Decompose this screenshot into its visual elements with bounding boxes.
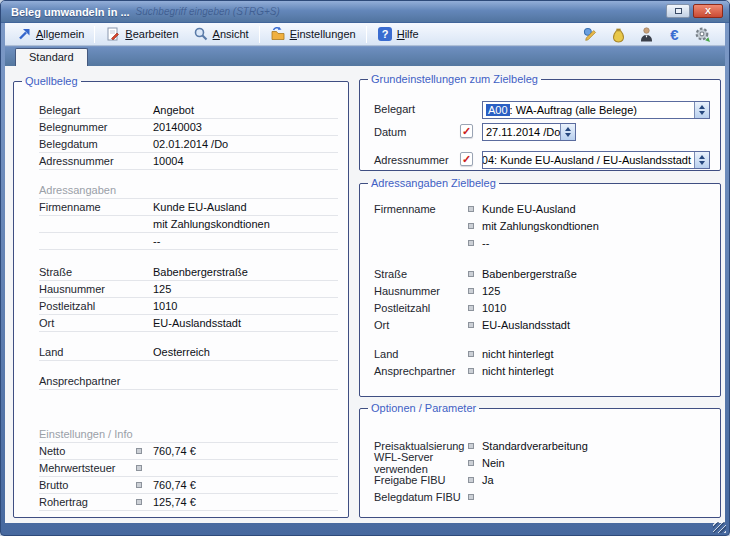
- bullet-marker: [468, 443, 474, 449]
- menu-item-label: Allgemein: [36, 28, 84, 40]
- field-row: BelegartAngebot: [39, 102, 338, 119]
- datum-input[interactable]: 27.11.2014 /Do: [482, 123, 576, 141]
- bullet-marker: [468, 351, 474, 357]
- money-bag-icon[interactable]: [610, 26, 627, 43]
- belegart-combobox[interactable]: A00 : WA-Auftrag (alle Belege): [482, 101, 710, 119]
- field-label: Belegnummer: [39, 121, 136, 133]
- toolbar-separator: [366, 26, 367, 43]
- tab-standard[interactable]: Standard: [15, 48, 88, 66]
- field-value: 760,74 €: [153, 445, 196, 457]
- bullet-marker: [136, 448, 142, 454]
- adressnummer-combobox[interactable]: 10004: Kunde EU-Ausland / EU-Auslandssta…: [482, 151, 710, 169]
- field-row: Adressnummer10004: [39, 153, 338, 170]
- panel-title: Grundeinstellungen zum Zielbeleg: [368, 73, 541, 85]
- field-row: Belegnummer20140003: [39, 119, 338, 136]
- bullet-marker: [136, 499, 142, 505]
- field-label: Adressangaben: [39, 184, 116, 196]
- combobox-value: A00 : WA-Auftrag (alle Belege): [483, 104, 694, 116]
- bullet-slot: [136, 465, 153, 471]
- bullet-slot: [468, 271, 482, 277]
- field-row: Belegdatum FIBU: [374, 488, 710, 505]
- field-row: Landnicht hinterlegt: [374, 345, 710, 362]
- section-header: Adressangaben: [39, 182, 338, 199]
- field-label: Belegart: [374, 103, 415, 115]
- check-icon[interactable]: [460, 152, 473, 166]
- field-value: Nein: [482, 457, 505, 469]
- maximize-button[interactable]: [666, 4, 690, 18]
- field-value: Kunde EU-Ausland: [482, 203, 576, 215]
- row-spacer: [14, 390, 348, 426]
- field-value: mit Zahlungskondtionen: [153, 218, 270, 230]
- field-label: Mehrwertsteuer: [39, 462, 136, 474]
- bullet-marker: [468, 206, 474, 212]
- menu-item-label: Hilfe: [397, 28, 419, 40]
- svg-text:€: €: [670, 26, 678, 42]
- field-value: mit Zahlungskondtionen: [482, 220, 599, 232]
- field-value: Babenbergerstraße: [482, 268, 577, 280]
- target-address-panel: Adressangaben Zielbeleg FirmennameKunde …: [359, 177, 721, 397]
- field-label: Freigabe FIBU: [374, 474, 468, 486]
- field-label: Belegdatum: [39, 138, 136, 150]
- field-row: LandOesterreich: [39, 344, 338, 361]
- bullet-slot: [136, 448, 153, 454]
- close-button[interactable]: X: [693, 4, 723, 18]
- field-label: Brutto: [39, 479, 136, 491]
- field-label: Adressnummer: [374, 154, 449, 166]
- spinner-button[interactable]: [694, 152, 709, 168]
- row-spacer: [14, 361, 348, 373]
- field-row: Hausnummer125: [374, 282, 710, 299]
- field-label: Belegdatum FIBU: [374, 491, 468, 503]
- bullet-slot: [468, 288, 482, 294]
- menu-item-allgemein[interactable]: Allgemein: [9, 24, 91, 44]
- field-label: Adressnummer: [39, 155, 136, 167]
- gear-icon[interactable]: [694, 26, 711, 43]
- combobox-value: 27.11.2014 /Do: [483, 126, 560, 138]
- dialog-window: Beleg umwandeln in ... Suchbegriff einge…: [0, 0, 730, 536]
- bullet-marker: [468, 271, 474, 277]
- field-value: --: [482, 237, 489, 249]
- bullet-slot: [468, 477, 482, 483]
- field-row: Ansprechpartnernicht hinterlegt: [374, 362, 710, 379]
- panel-title: Quellbeleg: [22, 75, 81, 87]
- field-value: 125,74 €: [153, 496, 196, 508]
- field-label: Firmenname: [39, 201, 136, 213]
- field-row: StraßeBabenbergerstraße: [39, 264, 338, 281]
- toolbar-right-icons: €: [582, 26, 721, 43]
- field-row: Brutto760,74 €: [39, 477, 338, 494]
- field-value: Angebot: [153, 104, 194, 116]
- options-rows: PreisaktualsierungStandardverarbeitungWF…: [360, 414, 720, 505]
- check-icon[interactable]: [460, 124, 473, 138]
- target-address-rows: FirmennameKunde EU-Auslandmit Zahlungsko…: [360, 189, 720, 379]
- field-label: Land: [39, 346, 136, 358]
- field-label: Netto: [39, 445, 136, 457]
- panel-title: Adressangaben Zielbeleg: [368, 177, 499, 189]
- resize-grip[interactable]: [713, 522, 726, 533]
- field-value: Oesterreich: [153, 346, 210, 358]
- field-value: Standardverarbeitung: [482, 440, 588, 452]
- field-label: Straße: [39, 266, 136, 278]
- field-value: 1010: [153, 300, 177, 312]
- tab-strip: Standard: [5, 47, 725, 66]
- euro-icon[interactable]: €: [666, 26, 683, 43]
- bullet-marker: [136, 482, 142, 488]
- edit-pencil-icon[interactable]: [582, 26, 599, 43]
- bullet-marker: [468, 240, 474, 246]
- bullet-slot: [468, 305, 482, 311]
- menu-item-ansicht[interactable]: Ansicht: [186, 24, 256, 44]
- menu-item-einstellungen[interactable]: Einstellungen: [263, 24, 363, 44]
- field-row: Mehrwertsteuer: [39, 460, 338, 477]
- row-spacer: [14, 250, 348, 264]
- field-row: WFL-Server verwendenNein: [374, 454, 710, 471]
- field-value: 125: [482, 285, 500, 297]
- row-spacer: [14, 170, 348, 182]
- spinner-button[interactable]: [694, 102, 709, 118]
- menu-item-label: Ansicht: [213, 28, 249, 40]
- field-label: Ort: [374, 319, 468, 331]
- person-icon[interactable]: [638, 26, 655, 43]
- bullet-slot: [468, 206, 482, 212]
- menu-item-hilfe[interactable]: ? Hilfe: [370, 24, 426, 44]
- spinner-button[interactable]: [560, 124, 575, 140]
- menu-item-bearbeiten[interactable]: Bearbeiten: [98, 24, 185, 44]
- field-row: Postleitzahl1010: [374, 299, 710, 316]
- combobox-value: 10004: Kunde EU-Ausland / EU-Auslandssta…: [483, 154, 694, 166]
